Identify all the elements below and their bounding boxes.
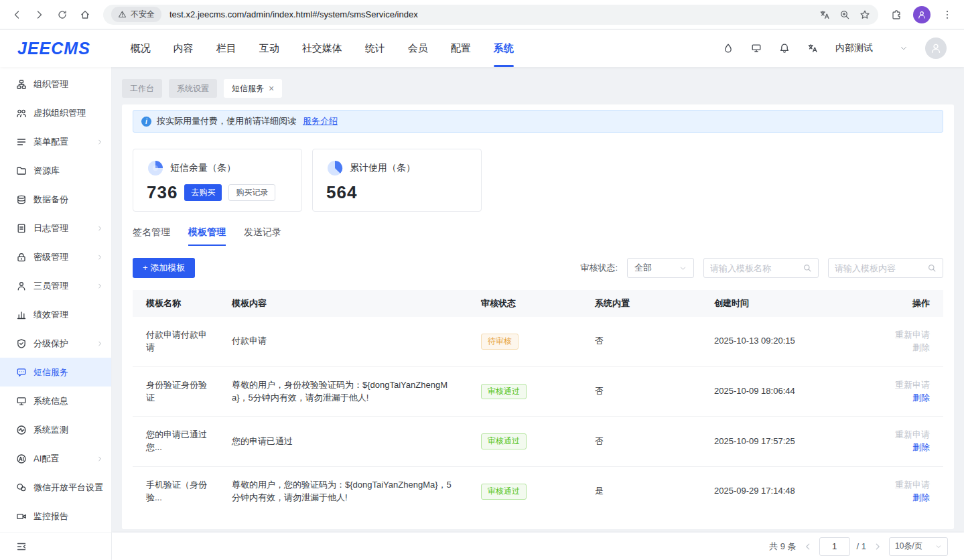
sidebar-item[interactable]: 资源库	[0, 156, 111, 185]
template-toolbar: + 添加模板 审核状态: 全部	[133, 258, 943, 278]
protection-icon	[16, 338, 27, 349]
security-chip[interactable]: 不安全	[111, 7, 161, 22]
reapply-link[interactable]: 重新申请	[895, 330, 930, 340]
language-icon[interactable]	[807, 43, 818, 54]
purchase-history-button[interactable]: 购买记录	[228, 184, 275, 201]
page-tab[interactable]: 短信服务×	[224, 79, 282, 98]
sidebar-item-label: 日志管理	[33, 222, 68, 234]
sidebar-item[interactable]: 虚拟组织管理	[0, 98, 111, 127]
delete-link[interactable]: 删除	[912, 342, 930, 352]
extensions-icon[interactable]	[886, 5, 906, 25]
delete-link[interactable]: 删除	[912, 442, 930, 452]
sidebar-item[interactable]: 三员管理	[0, 271, 111, 300]
log-icon	[16, 223, 27, 234]
browser-profile-avatar[interactable]	[913, 6, 931, 23]
section-tab[interactable]: 模板管理	[188, 226, 226, 246]
page-size-select[interactable]: 10条/页	[889, 537, 948, 556]
section-tab[interactable]: 发送记录	[244, 226, 281, 246]
chevron-right-icon	[96, 340, 103, 347]
browser-forward-icon[interactable]	[29, 5, 50, 25]
sidebar-item[interactable]: 短信服务	[0, 358, 111, 387]
page-tab[interactable]: 系统设置	[169, 79, 217, 98]
menu-config-icon	[16, 137, 27, 147]
template-name-input[interactable]	[710, 263, 799, 273]
table-row: 付款申请付款申请付款申请待审核否2025-10-13 09:20:15重新申请删…	[133, 317, 943, 366]
nav-item[interactable]: 配置	[451, 29, 471, 67]
table-row: 您的申请已通过您...您的申请已通过审核通过否2025-10-09 17:57:…	[133, 417, 943, 467]
sidebar-item[interactable]: 绩效管理	[0, 300, 111, 329]
zoom-icon[interactable]	[839, 9, 850, 20]
sidebar: 组织管理虚拟组织管理菜单配置资源库数据备份日志管理密级管理三员管理绩效管理分级保…	[0, 67, 112, 560]
bookmark-star-icon[interactable]	[859, 9, 870, 20]
sidebar-item[interactable]: 系统监测	[0, 415, 111, 444]
jeecms-logo[interactable]: JEECMS	[17, 39, 90, 58]
sidebar-item[interactable]: 数据备份	[0, 185, 111, 214]
sidebar-item[interactable]: 分级保护	[0, 329, 111, 358]
address-bar[interactable]: 不安全 test.x2.jeecms.com/admin/index.html#…	[103, 5, 878, 25]
add-template-button[interactable]: + 添加模板	[133, 258, 195, 278]
translate-icon[interactable]	[819, 9, 830, 20]
page-input[interactable]	[819, 537, 850, 556]
builtin-cell: 否	[581, 417, 701, 467]
nav-item[interactable]: 概况	[131, 29, 151, 67]
template-content-cell: 您的申请已通过	[218, 417, 468, 467]
sidebar-item[interactable]: 组织管理	[0, 70, 111, 98]
billing-alert: i 按实际用量付费，使用前请详细阅读 服务介绍	[133, 110, 943, 133]
buy-button[interactable]: 去购买	[184, 184, 222, 201]
next-page-icon[interactable]	[873, 542, 882, 551]
table-row: 手机验证（身份验...尊敬的用户，您的验证码为：${dongTaiYanZhen…	[133, 467, 943, 504]
reapply-link[interactable]: 重新申请	[895, 380, 930, 390]
theme-icon[interactable]	[723, 43, 734, 54]
column-header: 模板内容	[218, 290, 468, 317]
browser-back-icon[interactable]	[7, 5, 27, 25]
nav-item[interactable]: 会员	[408, 29, 428, 67]
warning-icon	[118, 10, 127, 19]
app-header: JEECMS 概况内容栏目互动社交媒体统计会员配置系统 内部测试	[0, 29, 964, 67]
site-select[interactable]: 内部测试	[835, 42, 908, 54]
reapply-link[interactable]: 重新申请	[895, 480, 930, 490]
browser-toolbar: 不安全 test.x2.jeecms.com/admin/index.html#…	[0, 0, 964, 29]
nav-item[interactable]: 系统	[494, 29, 514, 67]
reapply-link[interactable]: 重新申请	[895, 429, 930, 439]
sys-monitor-icon	[16, 425, 27, 435]
sidebar-item-label: 资源库	[33, 165, 60, 177]
nav-item[interactable]: 互动	[259, 29, 279, 67]
nav-item[interactable]: 栏目	[216, 29, 236, 67]
browser-refresh-icon[interactable]	[52, 5, 72, 25]
prev-page-icon[interactable]	[803, 542, 813, 551]
browser-home-icon[interactable]	[75, 5, 95, 25]
sidebar-item[interactable]: 微信开放平台设置	[0, 473, 111, 502]
screen-icon[interactable]	[751, 43, 762, 54]
search-icon[interactable]	[927, 263, 937, 273]
service-intro-link[interactable]: 服务介绍	[303, 115, 338, 127]
collapse-sidebar-icon[interactable]	[0, 532, 111, 560]
section-tab[interactable]: 签名管理	[133, 226, 170, 246]
sidebar-item[interactable]: 密级管理	[0, 242, 111, 271]
audit-status-select[interactable]: 全部	[627, 258, 694, 278]
nav-item[interactable]: 统计	[365, 29, 385, 67]
template-content-input[interactable]	[835, 263, 923, 273]
sidebar-item[interactable]: 监控报告	[0, 502, 111, 531]
template-table: 模板名称模板内容审核状态系统内置创建时间操作 付款申请付款申请付款申请待审核否2…	[133, 290, 943, 504]
user-avatar[interactable]	[925, 38, 947, 59]
builtin-cell: 否	[581, 366, 701, 417]
sidebar-item[interactable]: 系统信息	[0, 387, 111, 415]
search-icon[interactable]	[803, 263, 812, 273]
sms-balance-icon	[147, 159, 164, 177]
page-tab[interactable]: 工作台	[122, 79, 162, 98]
chevron-right-icon	[96, 139, 103, 145]
nav-item[interactable]: 内容	[174, 29, 194, 67]
sidebar-item-label: 短信服务	[33, 366, 68, 378]
notification-bell-icon[interactable]	[779, 43, 790, 54]
sidebar-item[interactable]: 日志管理	[0, 214, 111, 242]
browser-menu-icon[interactable]	[937, 5, 957, 25]
sidebar-item[interactable]: AI配置	[0, 444, 111, 473]
delete-link[interactable]: 删除	[912, 393, 930, 403]
sys-info-icon	[16, 396, 27, 407]
sidebar-item[interactable]: 菜单配置	[0, 127, 111, 156]
sidebar-item-label: 三员管理	[33, 280, 68, 292]
created-time-cell: 2025-10-09 18:06:44	[701, 366, 865, 417]
delete-link[interactable]: 删除	[912, 492, 930, 502]
close-icon[interactable]: ×	[269, 84, 274, 93]
nav-item[interactable]: 社交媒体	[302, 29, 342, 67]
